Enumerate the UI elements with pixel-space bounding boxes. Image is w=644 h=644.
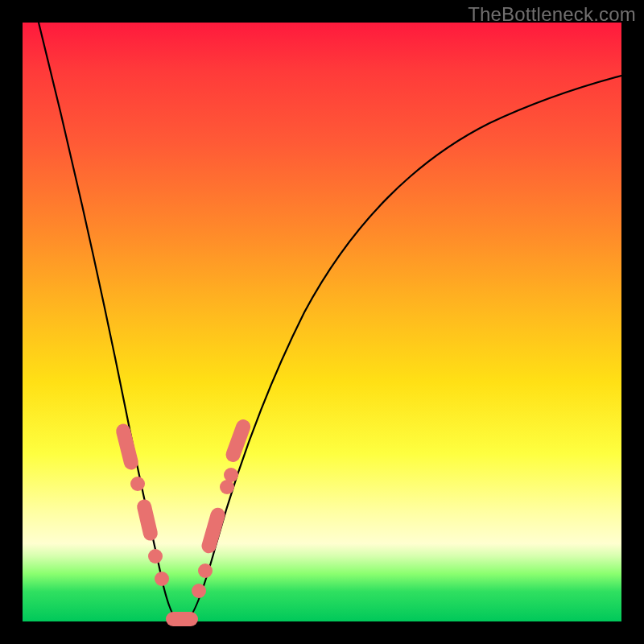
plot-area (23, 23, 621, 621)
marker-left-dot-2 (148, 549, 163, 564)
curve-layer (23, 23, 621, 621)
marker-left-cluster-top (114, 423, 139, 472)
marker-right-cluster-top (224, 418, 253, 464)
marker-right-dot-4 (224, 468, 238, 482)
chart-frame: TheBottleneck.com (0, 0, 644, 644)
watermark-text: TheBottleneck.com (468, 3, 636, 26)
marker-right-dot-2 (198, 564, 213, 578)
marker-left-cluster-mid (135, 498, 159, 543)
marker-left-dot-3 (155, 572, 169, 586)
marker-right-dot-1 (192, 584, 206, 598)
marker-right-cluster-mid (200, 506, 226, 555)
marker-left-dot-1 (130, 477, 145, 491)
marker-bottom-flat (166, 612, 198, 626)
bottleneck-curve (39, 23, 621, 621)
